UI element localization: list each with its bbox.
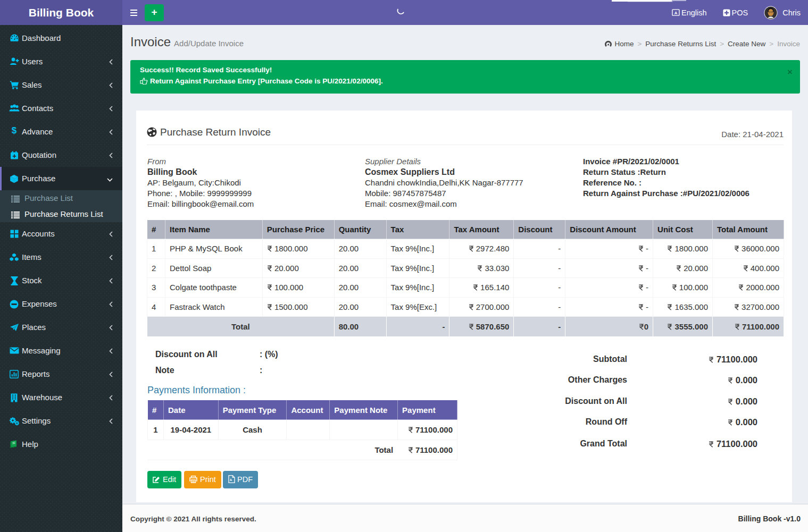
svg-text:A: A [674,11,678,15]
